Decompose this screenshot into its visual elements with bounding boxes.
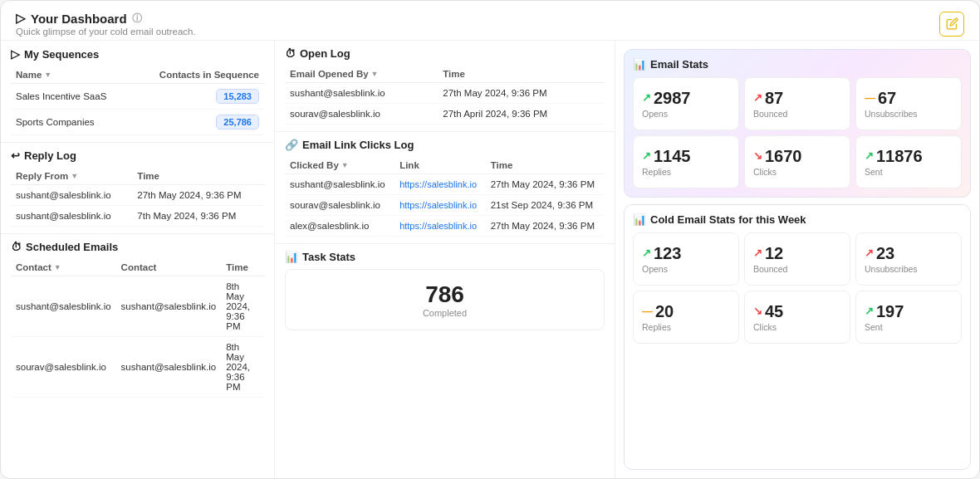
cold-stat-card: ↘ 45 Clicks xyxy=(744,291,850,344)
scheduled-emails-section: ⏱ Scheduled Emails Contact ▼ xyxy=(1,234,274,478)
sequences-icon: ▷ xyxy=(11,47,20,61)
page-subtitle: Quick glimpse of your cold email outreac… xyxy=(16,27,196,37)
trend-icon: ↘ xyxy=(753,305,762,317)
sched-contact2: sushant@salesblink.io xyxy=(116,337,222,398)
sched-contact1: sourav@salesblink.io xyxy=(11,337,116,398)
stat-label: Clicks xyxy=(753,322,777,332)
table-row: sushant@salesblink.io 7th May 2024, 9:36… xyxy=(11,206,264,227)
clicks-time: 27th May 2024, 9:36 PM xyxy=(486,174,605,195)
email-stat-card: ↗ 1145 Replies xyxy=(633,135,739,188)
table-row: sushant@salesblink.io 27th May 2024, 9:3… xyxy=(11,185,264,206)
opened-by-col[interactable]: Email Opened By ▼ xyxy=(285,66,438,83)
stat-number: — 20 xyxy=(642,302,674,320)
sequence-contacts: 15,283 xyxy=(132,84,264,110)
email-stats-grid: ↗ 2987 Opens ↗ 87 Bounced — 67 Unsubscri… xyxy=(633,77,962,188)
content-area: ▷ My Sequences Name ▼ xyxy=(1,41,979,478)
stat-number: ↗ 123 xyxy=(642,244,681,262)
email-clicks-title: 🔗 Email Link Clicks Log xyxy=(285,139,605,151)
clicks-email: alex@salesblink.io xyxy=(285,216,394,237)
open-time-col: Time xyxy=(438,66,605,83)
sort-icon: ▼ xyxy=(341,161,349,169)
stat-number: ↗ 87 xyxy=(753,89,783,107)
stat-label: Opens xyxy=(642,264,668,274)
trend-icon: ↘ xyxy=(753,150,762,162)
reply-time: 27th May 2024, 9:36 PM xyxy=(132,185,264,206)
contacts-badge: 25,786 xyxy=(216,115,259,130)
scheduled-icon: ⏱ xyxy=(11,241,22,253)
trend-icon: ↗ xyxy=(865,305,874,317)
reply-time-col: Time xyxy=(132,168,264,185)
stat-number: ↘ 45 xyxy=(753,302,783,320)
email-clicks-table: Clicked By ▼ Link Time xyxy=(285,157,605,237)
email-stat-card: ↘ 1670 Clicks xyxy=(744,135,850,188)
clicks-link: https://salesblink.io xyxy=(394,216,486,237)
trend-icon: ↗ xyxy=(753,92,762,104)
table-row: sourav@salesblink.io sushant@salesblink.… xyxy=(11,337,264,398)
task-completed-card: 786 Completed xyxy=(285,269,605,330)
trend-icon: — xyxy=(642,305,653,317)
sequences-col-name[interactable]: Name ▼ xyxy=(11,66,132,84)
clicks-email: sourav@salesblink.io xyxy=(285,195,394,216)
open-log-table: Email Opened By ▼ Time sushant@salesblin… xyxy=(285,66,605,125)
table-row: sourav@salesblink.io 27th April 2024, 9:… xyxy=(285,104,605,125)
open-log-section: ⏱ Open Log Email Opened By ▼ xyxy=(275,41,615,131)
scheduled-contact1-col[interactable]: Contact ▼ xyxy=(11,259,116,276)
sequence-name: Sports Companies xyxy=(11,110,132,135)
clicks-link: https://salesblink.io xyxy=(394,195,486,216)
email-stats-title: 📊 Email Stats xyxy=(633,58,962,71)
stat-number: ↗ 197 xyxy=(865,302,904,320)
cold-stat-card: ↗ 23 Unsubscribes xyxy=(855,232,962,286)
sequence-contacts: 25,786 xyxy=(132,110,264,135)
email-stat-card: ↗ 87 Bounced xyxy=(744,77,850,130)
clicks-link: https://salesblink.io xyxy=(394,174,486,195)
open-log-icon: ⏱ xyxy=(285,47,296,60)
table-row: sushant@salesblink.io 27th May 2024, 9:3… xyxy=(285,83,605,104)
stat-label: Bounced xyxy=(753,264,787,274)
header-left: ▷ Your Dashboard ⓘ Quick glimpse of your… xyxy=(16,11,196,37)
edit-button[interactable] xyxy=(939,12,964,37)
table-row: Sports Companies 25,786 xyxy=(11,110,264,135)
opened-time: 27th April 2024, 9:36 PM xyxy=(438,104,605,125)
email-stat-card: ↗ 2987 Opens xyxy=(633,77,739,130)
email-stats-icon: 📊 xyxy=(633,58,646,71)
sequences-table: Name ▼ Contacts in Sequence Sales Incent… xyxy=(11,66,264,135)
reply-from-col[interactable]: Reply From ▼ xyxy=(11,168,132,185)
reply-log-icon: ↩ xyxy=(11,149,20,162)
table-row: Sales Incentive SaaS 15,283 xyxy=(11,84,264,110)
cold-stat-card: ↗ 12 Bounced xyxy=(744,232,850,286)
link-icon: 🔗 xyxy=(285,139,298,151)
reply-log-table: Reply From ▼ Time sushant@salesblink.io … xyxy=(11,168,264,227)
stat-label: Bounced xyxy=(753,109,787,119)
cold-stats-icon: 📊 xyxy=(633,213,646,226)
opened-time: 27th May 2024, 9:36 PM xyxy=(438,83,605,104)
sequences-title: ▷ My Sequences xyxy=(11,47,264,61)
stat-number: ↗ 23 xyxy=(865,244,894,262)
header-right xyxy=(939,12,964,37)
clicked-by-col[interactable]: Clicked By ▼ xyxy=(285,157,394,174)
stat-label: Unsubscribes xyxy=(865,109,918,119)
task-stats-icon: 📊 xyxy=(285,251,298,263)
trend-icon: ↗ xyxy=(642,92,651,104)
reply-log-title: ↩ Reply Log xyxy=(11,149,264,162)
stat-number: ↗ 2987 xyxy=(642,89,691,107)
clicks-time: 21st Sep 2024, 9:36 PM xyxy=(486,195,605,216)
sequences-section: ▷ My Sequences Name ▼ xyxy=(1,41,274,142)
dashboard-container: ▷ Your Dashboard ⓘ Quick glimpse of your… xyxy=(0,0,980,479)
sched-contact1: sushant@salesblink.io xyxy=(11,276,116,337)
opened-by-email: sourav@salesblink.io xyxy=(285,104,438,125)
table-row: sourav@salesblink.io https://salesblink.… xyxy=(285,195,605,216)
sequence-name: Sales Incentive SaaS xyxy=(11,84,132,110)
table-row: alex@salesblink.io https://salesblink.io… xyxy=(285,216,605,237)
stat-number: ↗ 11876 xyxy=(865,147,923,165)
email-clicks-section: 🔗 Email Link Clicks Log Clicked By ▼ xyxy=(275,132,615,243)
email-stats-panel: 📊 Email Stats ↗ 2987 Opens ↗ 87 Bounced … xyxy=(624,49,971,198)
open-log-title: ⏱ Open Log xyxy=(285,47,605,60)
link-col: Link xyxy=(394,157,486,174)
task-stats-section: 📊 Task Stats 786 Completed xyxy=(275,244,615,334)
email-stat-card: ↗ 11876 Sent xyxy=(855,135,962,188)
cold-stats-title: 📊 Cold Email Stats for this Week xyxy=(633,213,962,226)
stat-label: Sent xyxy=(865,167,883,177)
reply-from: sushant@salesblink.io xyxy=(11,185,132,206)
sequences-col-contacts: Contacts in Sequence xyxy=(132,66,264,84)
opened-by-email: sushant@salesblink.io xyxy=(285,83,438,104)
